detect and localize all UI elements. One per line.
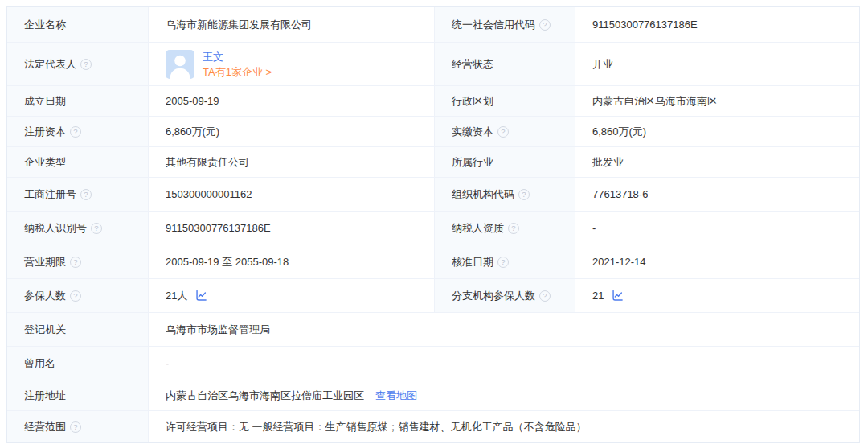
- table-row: 企业名称 乌海市新能源集团发展有限公司 统一社会信用代码 ? 911503007…: [7, 7, 859, 43]
- table-row: 注册地址 内蒙古自治区乌海市海南区拉僧庙工业园区 查看地图: [7, 380, 859, 411]
- branch-insured-value: 21: [592, 290, 604, 302]
- insured-count-label-cell: 参保人数 ?: [7, 279, 148, 312]
- reg-authority-value-cell: 乌海市市场监督管理局: [148, 313, 859, 346]
- taxpayer-id-value-cell: 91150300776137186E: [148, 212, 434, 245]
- company-type-value: 其他有限责任公司: [166, 155, 249, 170]
- legal-rep-label: 法定代表人: [24, 57, 76, 72]
- business-scope-value: 许可经营项目：无 一般经营项目：生产销售原煤；销售建材、无机化工产品（不含危险品…: [166, 420, 587, 434]
- branch-insured-value-cell: 21: [575, 279, 859, 312]
- branch-insured-label: 分支机构参保人数: [452, 289, 535, 303]
- taxpayer-id-value: 91150300776137186E: [166, 222, 271, 234]
- reg-capital-label: 注册资本: [24, 125, 66, 139]
- help-icon[interactable]: ?: [80, 59, 92, 70]
- paid-capital-label-cell: 实缴资本 ?: [434, 117, 575, 146]
- help-icon[interactable]: ?: [70, 421, 81, 433]
- address-value: 内蒙古自治区乌海市海南区拉僧庙工业园区: [166, 388, 364, 403]
- paid-capital-value: 6,860万(元): [592, 125, 646, 139]
- company-name-label: 企业名称: [24, 18, 66, 32]
- status-label-cell: 经营状态: [434, 43, 575, 85]
- help-icon[interactable]: ?: [91, 223, 102, 234]
- business-term-value: 2005-09-19 至 2055-09-18: [166, 255, 289, 269]
- help-icon[interactable]: ?: [497, 126, 509, 138]
- table-row: 成立日期 2005-09-19 行政区划 内蒙古自治区乌海市海南区: [7, 86, 859, 117]
- business-term-value-cell: 2005-09-19 至 2055-09-18: [148, 245, 434, 278]
- help-icon[interactable]: ?: [497, 257, 509, 268]
- taxpayer-quality-value: -: [592, 222, 596, 234]
- help-icon[interactable]: ?: [539, 19, 551, 31]
- org-code-value: 77613718-6: [592, 188, 648, 200]
- address-label: 注册地址: [24, 388, 66, 403]
- establish-date-label-cell: 成立日期: [7, 86, 148, 116]
- table-row: 纳税人识别号 ? 91150300776137186E 纳税人资质 ? -: [7, 212, 859, 245]
- admin-division-value-cell: 内蒙古自治区乌海市海南区: [575, 86, 859, 116]
- approval-date-label-cell: 核准日期 ?: [434, 245, 575, 278]
- industry-value: 批发业: [592, 155, 624, 170]
- legal-rep-value-cell: 王文 TA有1家企业 >: [148, 43, 434, 85]
- insured-trend-chart-icon[interactable]: [195, 290, 207, 302]
- company-name-value-cell: 乌海市新能源集团发展有限公司: [148, 7, 434, 42]
- credit-code-label: 统一社会信用代码: [452, 18, 535, 32]
- reg-number-value-cell: 150300000001162: [148, 178, 434, 211]
- paid-capital-label: 实缴资本: [452, 125, 493, 139]
- reg-capital-label-cell: 注册资本 ?: [7, 117, 148, 146]
- help-icon[interactable]: ?: [518, 189, 530, 200]
- approval-date-label: 核准日期: [452, 255, 493, 269]
- business-term-label-cell: 营业期限 ?: [7, 245, 148, 278]
- industry-value-cell: 批发业: [575, 147, 859, 177]
- approval-date-value: 2021-12-14: [592, 256, 646, 268]
- help-icon[interactable]: ?: [70, 290, 81, 302]
- establish-date-label: 成立日期: [24, 94, 66, 109]
- table-row: 曾用名 -: [7, 347, 859, 380]
- taxpayer-id-label: 纳税人识别号: [24, 221, 87, 236]
- taxpayer-quality-value-cell: -: [575, 212, 859, 245]
- paid-capital-value-cell: 6,860万(元): [575, 117, 859, 146]
- branch-insured-label-cell: 分支机构参保人数 ?: [434, 279, 575, 312]
- table-row: 工商注册号 ? 150300000001162 组织机构代码 ? 7761371…: [7, 178, 859, 212]
- taxpayer-quality-label: 纳税人资质: [452, 221, 504, 236]
- admin-division-value: 内蒙古自治区乌海市海南区: [592, 94, 718, 109]
- org-code-value-cell: 77613718-6: [575, 178, 859, 211]
- reg-capital-value-cell: 6,860万(元): [148, 117, 434, 146]
- help-icon[interactable]: ?: [70, 257, 81, 268]
- help-icon[interactable]: ?: [70, 126, 81, 138]
- former-name-value-cell: -: [148, 347, 859, 380]
- credit-code-value-cell: 91150300776137186E: [575, 7, 859, 42]
- business-scope-label: 经营范围: [24, 420, 66, 434]
- branch-insured-trend-chart-icon[interactable]: [612, 290, 624, 302]
- taxpayer-id-label-cell: 纳税人识别号 ?: [7, 212, 148, 245]
- status-value-cell: 开业: [575, 43, 859, 85]
- legal-rep-label-cell: 法定代表人 ?: [7, 43, 148, 85]
- company-type-label-cell: 企业类型: [7, 147, 148, 177]
- company-name-value: 乌海市新能源集团发展有限公司: [166, 18, 312, 32]
- help-icon[interactable]: ?: [508, 223, 519, 234]
- org-code-label-cell: 组织机构代码 ?: [434, 178, 575, 211]
- legal-rep-companies-link[interactable]: TA有1家企业 >: [203, 64, 272, 80]
- help-icon[interactable]: ?: [80, 189, 92, 200]
- business-scope-label-cell: 经营范围 ?: [7, 411, 148, 442]
- company-name-label-cell: 企业名称: [7, 7, 148, 42]
- table-row: 参保人数 ? 21人 分支机构参保人数 ? 21: [7, 279, 859, 313]
- reg-authority-value: 乌海市市场监督管理局: [166, 323, 270, 337]
- company-type-value-cell: 其他有限责任公司: [148, 147, 434, 177]
- reg-number-label: 工商注册号: [24, 187, 76, 202]
- table-row: 登记机关 乌海市市场监督管理局: [7, 313, 859, 347]
- reg-capital-value: 6,860万(元): [166, 125, 219, 139]
- admin-division-label-cell: 行政区划: [434, 86, 575, 116]
- industry-label-cell: 所属行业: [434, 147, 575, 177]
- approval-date-value-cell: 2021-12-14: [575, 245, 859, 278]
- help-icon[interactable]: ?: [539, 290, 551, 302]
- insured-count-value-cell: 21人: [148, 279, 434, 312]
- reg-authority-label-cell: 登记机关: [7, 313, 148, 346]
- address-label-cell: 注册地址: [7, 380, 148, 410]
- establish-date-value-cell: 2005-09-19: [148, 86, 434, 116]
- reg-number-label-cell: 工商注册号 ?: [7, 178, 148, 211]
- reg-number-value: 150300000001162: [166, 188, 252, 200]
- view-map-link[interactable]: 查看地图: [375, 388, 417, 403]
- business-scope-value-cell: 许可经营项目：无 一般经营项目：生产销售原煤；销售建材、无机化工产品（不含危险品…: [148, 411, 859, 442]
- avatar[interactable]: [166, 50, 194, 79]
- business-term-label: 营业期限: [24, 255, 66, 269]
- table-row: 注册资本 ? 6,860万(元) 实缴资本 ? 6,860万(元): [7, 117, 859, 147]
- table-row: 营业期限 ? 2005-09-19 至 2055-09-18 核准日期 ? 20…: [7, 245, 859, 279]
- industry-label: 所属行业: [452, 155, 493, 170]
- legal-rep-name-link[interactable]: 王文: [203, 49, 272, 64]
